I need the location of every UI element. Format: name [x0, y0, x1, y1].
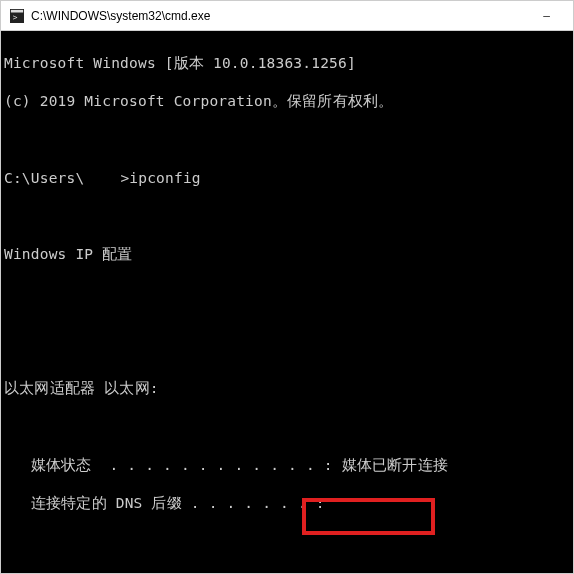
redacted-username [84, 172, 120, 186]
minimize-button[interactable]: – [524, 1, 569, 30]
window-titlebar[interactable]: > C:\WINDOWS\system32\cmd.exe – [1, 1, 573, 31]
adapter-row: 媒体状态 . . . . . . . . . . . . : 媒体已断开连接 [4, 456, 570, 475]
adapter-title: 以太网适配器 以太网: [4, 379, 570, 398]
banner-line: (c) 2019 Microsoft Corporation。保留所有权利。 [4, 92, 570, 111]
prompt-line: C:\Users\>ipconfig [4, 169, 570, 188]
ipconfig-header: Windows IP 配置 [4, 245, 570, 264]
adapter-row: 连接特定的 DNS 后缀 . . . . . . . : [4, 494, 570, 513]
cmd-icon: > [9, 8, 25, 24]
svg-text:>: > [13, 12, 18, 21]
terminal-output[interactable]: Microsoft Windows [版本 10.0.18363.1256] (… [1, 31, 573, 573]
window-title: C:\WINDOWS\system32\cmd.exe [31, 9, 524, 23]
banner-line: Microsoft Windows [版本 10.0.18363.1256] [4, 54, 570, 73]
